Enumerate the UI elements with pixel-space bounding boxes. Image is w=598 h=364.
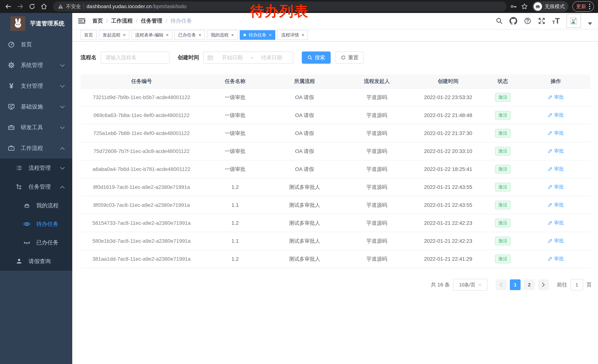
approve-link[interactable]: 审批 — [548, 130, 564, 136]
approve-label: 审批 — [554, 202, 564, 208]
pen-icon — [548, 184, 553, 189]
breadcrumb-separator: / — [106, 18, 108, 24]
page-size-select[interactable]: 10条/页 — [453, 279, 488, 291]
approve-link[interactable]: 审批 — [548, 202, 564, 208]
breadcrumb-separator: / — [136, 18, 137, 24]
pen-icon — [548, 256, 553, 261]
breadcrumb-separator: / — [166, 18, 167, 24]
font-size-icon[interactable]: TT — [552, 17, 560, 25]
sidebar-item-process-mgmt[interactable]: 流程管理 — [0, 159, 72, 177]
process-cell: 测试多审批人 — [267, 219, 342, 226]
page-content: 流程名 创建时间 开始日期 - 结束日期 搜索 重置 — [72, 41, 598, 364]
close-icon[interactable]: × — [123, 33, 126, 37]
tag-todo-tasks[interactable]: 待办任务× — [240, 30, 275, 40]
update-button[interactable]: 更新 — [573, 1, 594, 12]
breadcrumb-workflow[interactable]: 工作流程 — [111, 17, 133, 25]
close-icon[interactable]: × — [166, 33, 169, 37]
search-icon[interactable] — [496, 17, 503, 24]
incognito-badge[interactable]: 无痕模式 — [532, 1, 568, 12]
home-icon — [40, 3, 47, 10]
sidebar-item-my-process[interactable]: 我的流程 — [0, 196, 72, 215]
sidebar-item-devtools[interactable]: 研发工具 — [0, 117, 72, 138]
next-page-button[interactable] — [538, 279, 549, 290]
page-unit-label: 页 — [587, 281, 592, 288]
process-cell: OA 请假 — [267, 166, 342, 173]
sidebar-item-todo-tasks[interactable]: 待办任务 — [0, 215, 72, 233]
col-process: 所属流程 — [267, 78, 342, 85]
close-icon[interactable]: × — [269, 33, 272, 37]
chevron-up-icon — [60, 145, 65, 151]
kebab-menu-icon[interactable] — [589, 4, 590, 9]
home-button[interactable] — [39, 1, 49, 12]
sidebar-item-task-mgmt[interactable]: 任务管理 — [0, 177, 72, 196]
status-badge: 激活 — [495, 111, 511, 120]
prev-page-button[interactable] — [496, 279, 507, 290]
pen-icon — [548, 113, 553, 117]
sidebar-item-leave-query[interactable]: 请假查询 — [0, 252, 72, 271]
approve-link[interactable]: 审批 — [548, 238, 564, 244]
table-row: 580e1b3d-7ac8-11ec-a9e2-a2380e71991a 1.1… — [80, 232, 590, 250]
avatar[interactable] — [566, 14, 581, 28]
sidebar-item-infra[interactable]: 基础设施 — [0, 96, 72, 117]
search-button[interactable]: 搜索 — [302, 51, 331, 64]
starter-cell: 芋道源码 — [342, 130, 412, 137]
tag-home[interactable]: 首页 — [80, 30, 97, 40]
approve-link[interactable]: 审批 — [548, 166, 564, 172]
date-range-picker[interactable]: 开始日期 - 结束日期 — [203, 51, 293, 64]
star-icon[interactable] — [521, 3, 528, 10]
url-path[interactable]: /bpm/task/todo — [152, 4, 187, 9]
github-icon[interactable] — [509, 17, 517, 25]
approve-link[interactable]: 审批 — [548, 256, 564, 262]
reload-button[interactable] — [27, 1, 37, 12]
approve-link[interactable]: 审批 — [548, 184, 564, 190]
close-icon[interactable]: × — [199, 33, 201, 37]
breadcrumb-task-mgmt[interactable]: 任务管理 — [141, 17, 162, 25]
close-icon[interactable]: × — [231, 33, 234, 37]
goto-page-input[interactable] — [571, 279, 583, 291]
task-id-cell: 8f0d1619-7ac8-11ec-a9e2-a2380e71991a — [80, 184, 203, 190]
sidebar-item-pay[interactable]: ¥ 支付管理 — [0, 75, 72, 96]
end-date-placeholder[interactable]: 结束日期 — [254, 54, 289, 61]
breadcrumb-home[interactable]: 首页 — [92, 17, 103, 25]
approve-link[interactable]: 审批 — [548, 148, 564, 154]
starter-cell: 芋道源码 — [342, 166, 412, 173]
key-icon[interactable] — [510, 3, 517, 10]
tag-my-process[interactable]: 我的流程× — [207, 30, 238, 40]
security-label[interactable]: 不安全 — [66, 3, 81, 10]
caret-down-icon[interactable] — [588, 22, 592, 25]
back-button[interactable] — [3, 1, 14, 12]
page-button-2[interactable]: 2 — [524, 279, 535, 290]
create-time-cell: 2022-01-21 22:42:23 — [412, 220, 484, 226]
sidebar-item-done-tasks[interactable]: 已办任务 — [0, 233, 72, 252]
help-icon[interactable] — [524, 17, 531, 25]
url-host[interactable]: dashboard.yudao.iocoder.cn — [86, 4, 152, 9]
tag-process-detail[interactable]: 流程详情× — [277, 30, 308, 40]
create-time-label: 创建时间 — [178, 54, 199, 61]
start-date-placeholder[interactable]: 开始日期 — [215, 54, 249, 61]
approve-link[interactable]: 审批 — [548, 112, 564, 118]
reset-button[interactable]: 重置 — [335, 51, 364, 64]
tag-form-edit[interactable]: 流程表单-编辑× — [132, 30, 172, 40]
tag-done-tasks[interactable]: 已办任务× — [174, 30, 205, 40]
monitor-icon — [7, 103, 16, 110]
sidebar-logo[interactable]: 芋道管理系统 — [0, 13, 72, 34]
collapse-sidebar-icon[interactable] — [78, 17, 86, 25]
approve-label: 审批 — [554, 94, 564, 100]
close-icon[interactable]: × — [302, 33, 304, 37]
fullscreen-icon[interactable] — [538, 17, 545, 25]
sidebar-item-system[interactable]: 系统管理 — [0, 55, 72, 75]
status-badge: 激活 — [495, 201, 511, 209]
page-button-1[interactable]: 1 — [510, 279, 521, 290]
forward-button[interactable] — [15, 1, 25, 12]
filter-form: 流程名 创建时间 开始日期 - 结束日期 搜索 重置 — [80, 51, 592, 64]
approve-link[interactable]: 审批 — [548, 94, 564, 100]
approve-link[interactable]: 审批 — [548, 219, 564, 226]
sidebar-item-workflow[interactable]: 工作流程 — [0, 138, 72, 159]
magnifier-icon — [307, 55, 313, 60]
tag-start-process[interactable]: 发起流程× — [99, 30, 129, 40]
task-name-cell: 一级审批 — [203, 148, 267, 155]
process-name-input[interactable] — [100, 51, 169, 64]
sidebar-item-home[interactable]: 首页 — [0, 34, 72, 55]
list-tree-icon — [15, 165, 23, 171]
process-cell: 测试多审批人 — [267, 202, 342, 209]
